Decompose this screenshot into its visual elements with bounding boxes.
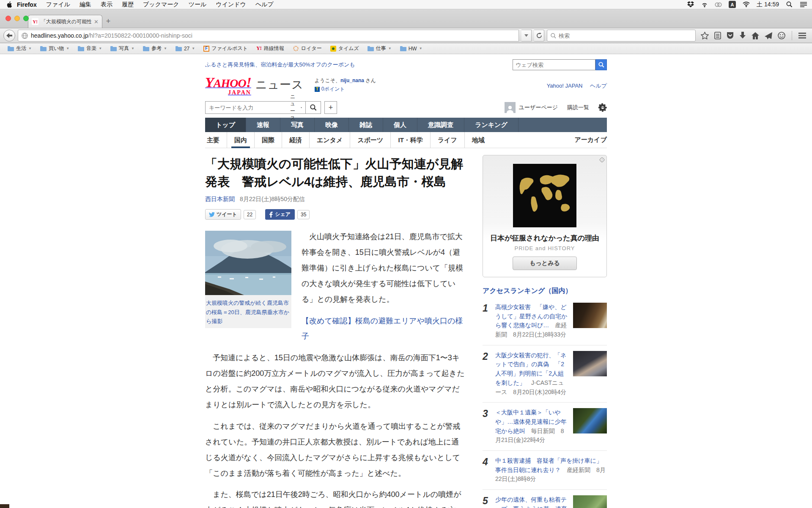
menu-bookmarks[interactable]: ブックマーク xyxy=(138,1,184,8)
tweet-count[interactable]: 22 xyxy=(244,210,256,219)
access-ranking-heading[interactable]: アクセスランキング（国内） xyxy=(483,287,607,295)
photo-caption[interactable]: 大規模噴火の警戒が続く鹿児島市の桜島＝20日、鹿児島県垂水市から撮影 xyxy=(205,295,291,326)
emoji-icon[interactable] xyxy=(778,32,785,39)
back-button[interactable] xyxy=(3,30,15,41)
menu-help[interactable]: ヘルプ xyxy=(251,1,278,8)
subnav-life[interactable]: ライフ xyxy=(430,132,464,148)
nav-video[interactable]: 映像 xyxy=(315,118,349,132)
window-close-button[interactable] xyxy=(5,16,11,21)
web-search-input[interactable] xyxy=(513,59,595,70)
menu-file[interactable]: ファイル xyxy=(41,1,75,8)
signal-icon[interactable] xyxy=(701,1,708,8)
ad-more-button[interactable]: もっとみる xyxy=(513,257,577,270)
bookmark-reuters[interactable]: ロイター xyxy=(289,45,325,52)
ranking-thumbnail[interactable] xyxy=(573,351,607,376)
bookmark-folder-hw[interactable]: HW▼ xyxy=(397,46,426,52)
nav-top[interactable]: トップ xyxy=(205,118,246,132)
bookmark-folder-life[interactable]: 生活▼ xyxy=(4,45,35,52)
menu-edit[interactable]: 編集 xyxy=(75,1,96,8)
add-search-button[interactable]: + xyxy=(324,101,337,114)
input-source-icon[interactable]: A xyxy=(729,1,736,8)
subnav-domestic[interactable]: 国内 xyxy=(227,132,254,148)
archive-link[interactable]: アーカイブ xyxy=(575,136,607,144)
nav-poll[interactable]: 意識調査 xyxy=(417,118,464,132)
web-search-button[interactable] xyxy=(595,59,607,70)
window-minimize-button[interactable] xyxy=(14,16,20,21)
nav-flash[interactable]: 速報 xyxy=(246,118,280,132)
menu-history[interactable]: 履歴 xyxy=(117,1,138,8)
ad-box[interactable]: i 日本が征服されなかった xyxy=(483,155,607,277)
share-count[interactable]: 35 xyxy=(297,210,310,219)
bookmark-times[interactable]: タイムズ xyxy=(327,45,362,52)
article-photo[interactable]: 大規模噴火の警戒が続く鹿児島市の桜島＝20日、鹿児島県垂水市から撮影 xyxy=(205,231,291,328)
ranking-thumbnail[interactable] xyxy=(573,303,607,328)
facebook-share-button[interactable]: シェア xyxy=(265,209,295,220)
yahoo-japan-link[interactable]: Yahoo! JAPAN xyxy=(547,83,583,89)
article-inline-link[interactable]: 【改めて確認】桜島の避難エリアや噴火口の様子 xyxy=(302,317,463,341)
subnav-economy[interactable]: 経済 xyxy=(282,132,309,148)
downloads-icon[interactable] xyxy=(739,32,746,39)
bookmark-folder-music[interactable]: 音楽▼ xyxy=(74,45,105,52)
user-page-link[interactable]: ユーザーページ xyxy=(505,102,558,113)
nav-ranking[interactable]: ランキング xyxy=(464,118,518,132)
settings-gear-icon[interactable] xyxy=(598,103,607,112)
menu-tools[interactable]: ツール xyxy=(184,1,211,8)
url-bar[interactable]: headlines.yahoo.co.jp/hl?a=20150822-0001… xyxy=(18,30,519,41)
browser-search-bar[interactable] xyxy=(547,30,696,41)
bookmark-folder-reference[interactable]: 参考▼ xyxy=(140,45,170,52)
subnav-it-science[interactable]: IT・科学 xyxy=(390,132,430,148)
menu-icon[interactable] xyxy=(798,33,806,39)
nav-magazine[interactable]: 雑誌 xyxy=(349,118,383,132)
spotlight-icon[interactable] xyxy=(786,1,793,8)
subnav-major[interactable]: 主要 xyxy=(205,132,227,148)
ad-info-icon[interactable]: i xyxy=(599,157,605,163)
subnav-local[interactable]: 地域 xyxy=(464,132,492,148)
dropbox-icon[interactable] xyxy=(687,1,694,8)
hello-icon[interactable] xyxy=(765,32,772,39)
pocket-icon[interactable] xyxy=(727,32,734,39)
subnav-entertainment[interactable]: エンタメ xyxy=(309,132,350,148)
tab-close-icon[interactable]: ✕ xyxy=(94,19,99,25)
bookmark-folder-work[interactable]: 仕事▼ xyxy=(364,45,395,52)
menu-firefox[interactable]: Firefox xyxy=(12,1,41,8)
new-tab-button[interactable]: + xyxy=(102,15,114,28)
reading-list-icon[interactable] xyxy=(714,32,721,39)
bookmark-folder-photo[interactable]: 写真▼ xyxy=(107,45,138,52)
ranking-thumbnail[interactable] xyxy=(573,408,607,433)
menubar-clock[interactable]: 土 14:59 xyxy=(757,1,779,8)
wifi-icon[interactable] xyxy=(743,1,750,8)
tweet-button[interactable]: ツイート xyxy=(205,209,241,220)
home-icon[interactable] xyxy=(752,32,759,39)
subnav-world[interactable]: 国際 xyxy=(254,132,282,148)
apple-menu-icon[interactable] xyxy=(5,1,12,8)
menu-window[interactable]: ウインドウ xyxy=(211,1,251,8)
nav-photo[interactable]: 写真 xyxy=(280,118,315,132)
news-search-button[interactable] xyxy=(306,101,321,114)
browser-tab[interactable]: Y! 「大規模噴火の可能性低下... ✕ xyxy=(28,15,102,28)
ranking-link[interactable]: 少年の遺体、何重も粘着テープ 覆うように草 遺棄事件 xyxy=(495,496,567,508)
bookmark-filepost[interactable]: Fファイルポスト xyxy=(200,45,251,52)
article-source-link[interactable]: 西日本新聞 xyxy=(205,196,235,202)
news-search-field[interactable]: ニュース xyxy=(205,101,306,114)
reload-button[interactable] xyxy=(534,30,544,41)
creative-cloud-icon[interactable] xyxy=(715,1,722,8)
subnav-sports[interactable]: スポーツ xyxy=(350,132,390,148)
menu-view[interactable]: 表示 xyxy=(96,1,117,8)
subscriptions-link[interactable]: 購読一覧 xyxy=(567,104,589,111)
help-link[interactable]: ヘルプ xyxy=(590,83,607,89)
points-link[interactable]: 0ポイント xyxy=(321,85,345,93)
bookmark-transit[interactable]: Y!路線情報 xyxy=(253,45,288,52)
yahoo-japan-logo[interactable]: YAHOO! JAPAN xyxy=(205,76,251,96)
window-zoom-button[interactable] xyxy=(23,16,29,21)
news-search-input[interactable] xyxy=(206,105,287,111)
bookmark-folder-shopping[interactable]: 買い物▼ xyxy=(37,45,73,52)
nav-personal[interactable]: 個人 xyxy=(383,118,417,132)
ad-title[interactable]: 日本が征服されなかった真の理由 xyxy=(487,233,602,243)
username-link[interactable]: niju_nana xyxy=(340,77,364,83)
url-dropdown-button[interactable] xyxy=(521,30,532,41)
promo-link[interactable]: ふるさと再発見特集、宿泊料金が最大50%オフのクーポンも xyxy=(205,61,355,69)
notification-center-icon[interactable] xyxy=(800,1,807,8)
ranking-thumbnail[interactable] xyxy=(573,495,607,508)
bookmark-star-icon[interactable] xyxy=(701,32,709,39)
bookmark-folder-27[interactable]: 27▼ xyxy=(172,46,198,52)
